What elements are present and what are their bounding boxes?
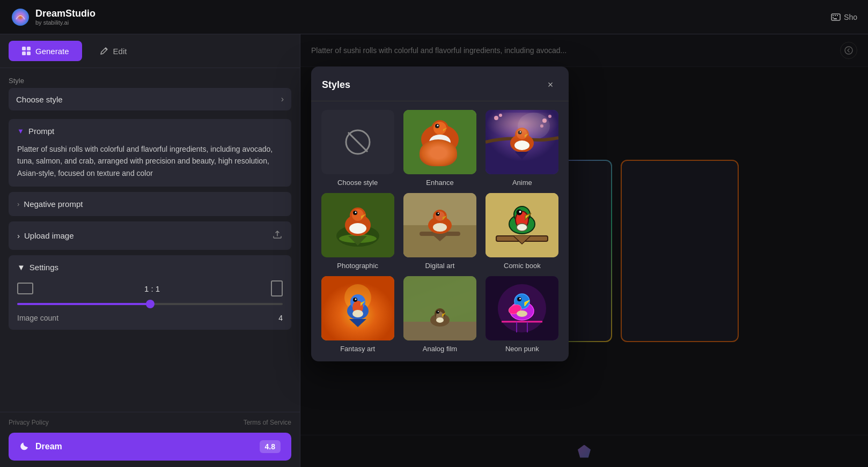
- style-label-analog-film: Analog film: [423, 345, 457, 353]
- image-count-value: 4: [278, 314, 283, 322]
- sidebar-content: Style Choose style › ▼ Prompt Platter of…: [0, 68, 300, 412]
- svg-point-84: [519, 298, 521, 300]
- keyboard-shortcut-button[interactable]: Sho: [831, 13, 857, 21]
- svg-point-51: [438, 213, 439, 214]
- style-label-neon-punk: Neon punk: [505, 345, 539, 353]
- modal-close-button[interactable]: ×: [543, 77, 558, 92]
- sidebar: Generate Edit Style Choose style ›: [0, 34, 300, 467]
- enhance-bird-svg: [403, 110, 476, 174]
- style-label-enhance: Enhance: [426, 179, 453, 187]
- style-card-none[interactable]: Choose style: [320, 110, 395, 187]
- style-selector-text: Choose style: [16, 95, 63, 104]
- style-label-comic-book: Comic book: [504, 262, 541, 270]
- style-label-photographic: Photographic: [337, 262, 378, 270]
- photo-bird-svg: [321, 193, 394, 257]
- svg-point-39: [352, 209, 364, 221]
- modal-header: Styles ×: [311, 66, 569, 101]
- svg-rect-10: [27, 51, 31, 55]
- svg-point-65: [352, 310, 363, 317]
- style-card-analog-film[interactable]: Analog film: [402, 276, 477, 353]
- style-label-anime: Anime: [512, 179, 532, 187]
- prompt-header[interactable]: ▼ Prompt: [9, 119, 291, 143]
- style-img-enhance: [403, 110, 476, 174]
- svg-rect-7: [22, 47, 26, 50]
- style-selector[interactable]: Choose style ›: [9, 88, 291, 110]
- svg-rect-14: [403, 110, 476, 174]
- dream-btn-left: Dream: [19, 441, 62, 452]
- shortcut-label: Sho: [844, 13, 857, 21]
- ratio-slider[interactable]: [17, 303, 283, 305]
- svg-point-17: [433, 122, 446, 135]
- edit-tab-label: Edit: [113, 47, 127, 56]
- svg-point-49: [433, 223, 447, 232]
- svg-point-32: [518, 131, 522, 135]
- style-img-comic: [486, 193, 558, 257]
- svg-rect-9: [22, 51, 26, 55]
- keyboard-icon: [831, 13, 841, 21]
- svg-point-74: [436, 317, 444, 323]
- slider-fill: [17, 303, 150, 305]
- settings-section: ▼ Settings 1 : 1: [9, 255, 291, 330]
- upload-arrow-icon: ›: [17, 231, 20, 240]
- prompt-text[interactable]: Platter of sushi rolls with colorful and…: [9, 143, 291, 187]
- ratio-portrait-icon[interactable]: [271, 280, 283, 296]
- modal-overlay[interactable]: Styles ×: [300, 34, 868, 467]
- style-label: Style: [9, 77, 291, 85]
- no-style-circle: [343, 127, 373, 157]
- prompt-arrow-icon: ▼: [17, 127, 24, 135]
- svg-point-83: [517, 297, 521, 301]
- app-name: DreamStudio: [35, 8, 95, 19]
- style-img-photographic: [321, 193, 394, 257]
- svg-rect-4: [837, 15, 838, 16]
- style-label-fantasy-art: Fantasy art: [340, 345, 375, 353]
- style-img-none: [321, 110, 394, 174]
- style-label-digital-art: Digital art: [425, 262, 455, 270]
- svg-point-75: [436, 310, 439, 314]
- settings-header[interactable]: ▼ Settings: [17, 263, 283, 272]
- svg-rect-5: [833, 17, 834, 18]
- svg-point-33: [520, 131, 521, 132]
- svg-rect-8: [27, 47, 31, 50]
- comic-bird-svg: [486, 193, 558, 257]
- svg-point-29: [515, 128, 529, 142]
- svg-point-40: [349, 223, 366, 234]
- style-img-analog: [403, 276, 476, 340]
- analog-bird-svg: [403, 276, 476, 340]
- slider-thumb[interactable]: [146, 300, 155, 308]
- privacy-policy-link[interactable]: Privacy Policy: [9, 419, 49, 426]
- style-card-neon-punk[interactable]: Neon punk: [484, 276, 560, 353]
- style-card-photographic[interactable]: Photographic: [320, 193, 395, 270]
- negative-prompt-header[interactable]: › Negative prompt: [9, 192, 291, 216]
- settings-label: Settings: [30, 263, 58, 272]
- terms-link[interactable]: Terms of Service: [244, 419, 291, 426]
- chevron-right-icon: ›: [281, 94, 284, 104]
- svg-rect-2: [833, 15, 834, 16]
- svg-point-24: [499, 114, 502, 117]
- upload-image-section[interactable]: › Upload image: [9, 221, 291, 250]
- style-card-fantasy-art[interactable]: Fantasy art: [320, 276, 395, 353]
- svg-point-23: [494, 116, 498, 120]
- tab-generate[interactable]: Generate: [9, 41, 82, 61]
- no-style-icon: [343, 127, 373, 157]
- ratio-landscape-icon[interactable]: [17, 283, 33, 294]
- moon-icon: [19, 441, 30, 452]
- close-icon: ×: [548, 79, 554, 91]
- style-card-digital-art[interactable]: Digital art: [402, 193, 477, 270]
- style-card-enhance[interactable]: Enhance: [402, 110, 477, 187]
- dream-button[interactable]: Dream 4.8: [9, 433, 291, 461]
- tab-edit[interactable]: Edit: [86, 41, 140, 61]
- style-card-anime[interactable]: Anime: [484, 110, 560, 187]
- svg-point-76: [438, 311, 439, 312]
- style-card-comic-book[interactable]: Comic book: [484, 193, 560, 270]
- upload-left: › Upload image: [17, 231, 74, 240]
- mode-tabs: Generate Edit: [0, 34, 300, 68]
- svg-point-67: [355, 299, 356, 300]
- header-title: DreamStudio by stability.ai: [35, 8, 95, 26]
- svg-rect-6: [834, 18, 837, 19]
- svg-point-25: [542, 118, 547, 123]
- sidebar-footer: Privacy Policy Terms of Service Dream 4.…: [0, 412, 300, 467]
- image-count-label: Image count: [17, 314, 58, 322]
- app-tagline: by stability.ai: [35, 19, 95, 26]
- upload-file-icon: [272, 229, 283, 242]
- styles-modal: Styles ×: [311, 66, 569, 361]
